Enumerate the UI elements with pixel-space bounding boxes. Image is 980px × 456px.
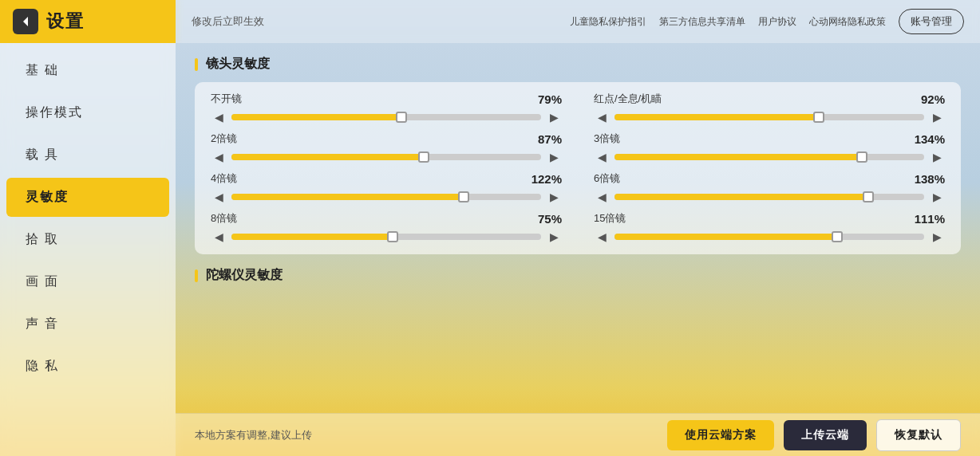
slider-right-btn-6[interactable]: ▶ — [546, 229, 562, 245]
slider-right-btn-2[interactable]: ▶ — [546, 149, 562, 165]
slider-track-4[interactable] — [231, 194, 541, 200]
sidebar-item-0[interactable]: 基 础 — [6, 51, 169, 90]
sidebar-item-3[interactable]: 灵敏度 — [6, 178, 169, 217]
slider-value-3: 134% — [915, 132, 945, 146]
slider-value-2: 87% — [538, 132, 562, 146]
slider-track-2[interactable] — [231, 154, 541, 160]
slider-value-7: 111% — [915, 212, 945, 226]
lens-sliders-grid: 不开镜79%◀▶红点/全息/机瞄92%◀▶2倍镜87%◀▶3倍镜134%◀▶4倍… — [195, 82, 961, 254]
slider-controls-2: ◀▶ — [211, 149, 562, 165]
slider-controls-6: ◀▶ — [211, 229, 562, 245]
slider-right-btn-4[interactable]: ▶ — [546, 189, 562, 205]
upload-cloud-button[interactable]: 上传云端 — [784, 420, 867, 450]
topbar-link-third-party[interactable]: 第三方信息共享清单 — [659, 15, 745, 29]
topbar-link-agreement[interactable]: 用户协议 — [758, 15, 796, 29]
slider-row-4: 4倍镜122%◀▶ — [211, 171, 562, 205]
svg-marker-0 — [23, 17, 28, 26]
slider-row-3: 3倍镜134%◀▶ — [594, 132, 945, 165]
slider-label-row-4: 4倍镜122% — [211, 171, 562, 186]
sidebar-item-6[interactable]: 声 音 — [6, 305, 169, 344]
slider-track-3[interactable] — [614, 154, 924, 160]
lens-section-title: 镜头灵敏度 — [195, 56, 961, 73]
topbar: 修改后立即生效 儿童隐私保护指引 第三方信息共享清单 用户协议 心动网络隐私政策… — [176, 0, 980, 43]
slider-value-5: 138% — [915, 172, 945, 186]
use-cloud-button[interactable]: 使用云端方案 — [667, 420, 774, 450]
slider-left-btn-1[interactable]: ◀ — [594, 109, 610, 125]
slider-label-row-6: 8倍镜75% — [211, 211, 562, 226]
slider-left-btn-3[interactable]: ◀ — [594, 149, 610, 165]
slider-label-2: 2倍镜 — [211, 132, 237, 146]
slider-fill-4 — [231, 194, 464, 200]
sidebar-item-7[interactable]: 隐 私 — [6, 347, 169, 386]
bottombar-hint: 本地方案有调整,建议上传 — [195, 428, 312, 442]
slider-right-btn-0[interactable]: ▶ — [546, 109, 562, 125]
sidebar-item-1[interactable]: 操作模式 — [6, 93, 169, 132]
slider-left-btn-5[interactable]: ◀ — [594, 189, 610, 205]
slider-thumb-3[interactable] — [856, 151, 867, 163]
sidebar-header: 设置 — [0, 0, 176, 43]
content-area: 镜头灵敏度 不开镜79%◀▶红点/全息/机瞄92%◀▶2倍镜87%◀▶3倍镜13… — [176, 43, 980, 413]
slider-label-row-3: 3倍镜134% — [594, 132, 945, 146]
slider-row-6: 8倍镜75%◀▶ — [211, 211, 562, 245]
slider-controls-7: ◀▶ — [594, 229, 945, 245]
restore-default-button[interactable]: 恢复默认 — [876, 419, 961, 451]
slider-thumb-7[interactable] — [832, 231, 843, 242]
slider-value-0: 79% — [538, 92, 562, 106]
sidebar-item-4[interactable]: 拾 取 — [6, 220, 169, 259]
slider-row-0: 不开镜79%◀▶ — [211, 92, 562, 125]
slider-label-0: 不开镜 — [211, 92, 242, 106]
slider-right-btn-5[interactable]: ▶ — [929, 189, 945, 205]
slider-label-7: 15倍镜 — [594, 211, 626, 226]
slider-thumb-2[interactable] — [418, 151, 429, 163]
slider-fill-1 — [614, 114, 819, 120]
slider-fill-6 — [231, 234, 393, 240]
slider-track-6[interactable] — [231, 234, 541, 240]
slider-controls-4: ◀▶ — [211, 189, 562, 205]
slider-label-4: 4倍镜 — [211, 171, 237, 186]
slider-left-btn-4[interactable]: ◀ — [211, 189, 227, 205]
slider-value-6: 75% — [538, 212, 562, 226]
slider-thumb-4[interactable] — [458, 191, 469, 202]
slider-fill-5 — [614, 194, 868, 200]
slider-label-3: 3倍镜 — [594, 132, 620, 146]
slider-controls-3: ◀▶ — [594, 149, 945, 165]
slider-right-btn-1[interactable]: ▶ — [929, 109, 945, 125]
slider-track-7[interactable] — [614, 234, 924, 240]
slider-label-row-2: 2倍镜87% — [211, 132, 562, 146]
slider-left-btn-0[interactable]: ◀ — [211, 109, 227, 125]
slider-right-btn-7[interactable]: ▶ — [929, 229, 945, 245]
slider-track-1[interactable] — [614, 114, 924, 120]
slider-controls-0: ◀▶ — [211, 109, 562, 125]
account-manage-button[interactable]: 账号管理 — [899, 9, 964, 34]
slider-thumb-6[interactable] — [387, 231, 398, 242]
slider-label-1: 红点/全息/机瞄 — [594, 92, 662, 106]
slider-controls-5: ◀▶ — [594, 189, 945, 205]
slider-row-7: 15倍镜111%◀▶ — [594, 211, 945, 245]
slider-row-2: 2倍镜87%◀▶ — [211, 132, 562, 165]
gyro-section-title: 陀螺仪灵敏度 — [195, 267, 961, 284]
slider-left-btn-6[interactable]: ◀ — [211, 229, 227, 245]
slider-label-row-0: 不开镜79% — [211, 92, 562, 106]
slider-track-5[interactable] — [614, 194, 924, 200]
sidebar-item-5[interactable]: 画 面 — [6, 262, 169, 301]
slider-fill-7 — [614, 234, 837, 240]
back-button[interactable] — [13, 9, 38, 34]
bottombar: 本地方案有调整,建议上传 使用云端方案 上传云端 恢复默认 — [176, 413, 980, 456]
topbar-link-xd-privacy[interactable]: 心动网络隐私政策 — [809, 15, 886, 29]
slider-value-4: 122% — [531, 172, 562, 186]
sidebar-item-2[interactable]: 载 具 — [6, 136, 169, 175]
slider-right-btn-3[interactable]: ▶ — [929, 149, 945, 165]
slider-track-0[interactable] — [231, 114, 541, 120]
slider-thumb-5[interactable] — [863, 191, 874, 202]
slider-thumb-1[interactable] — [813, 112, 824, 123]
slider-controls-1: ◀▶ — [594, 109, 945, 125]
sidebar-title: 设置 — [46, 10, 85, 33]
main-content: 修改后立即生效 儿童隐私保护指引 第三方信息共享清单 用户协议 心动网络隐私政策… — [176, 0, 980, 456]
slider-value-1: 92% — [921, 92, 945, 106]
slider-thumb-0[interactable] — [396, 112, 407, 123]
slider-label-5: 6倍镜 — [594, 171, 620, 186]
slider-fill-2 — [231, 154, 424, 160]
slider-left-btn-7[interactable]: ◀ — [594, 229, 610, 245]
slider-left-btn-2[interactable]: ◀ — [211, 149, 227, 165]
topbar-link-privacy-child[interactable]: 儿童隐私保护指引 — [570, 15, 646, 29]
